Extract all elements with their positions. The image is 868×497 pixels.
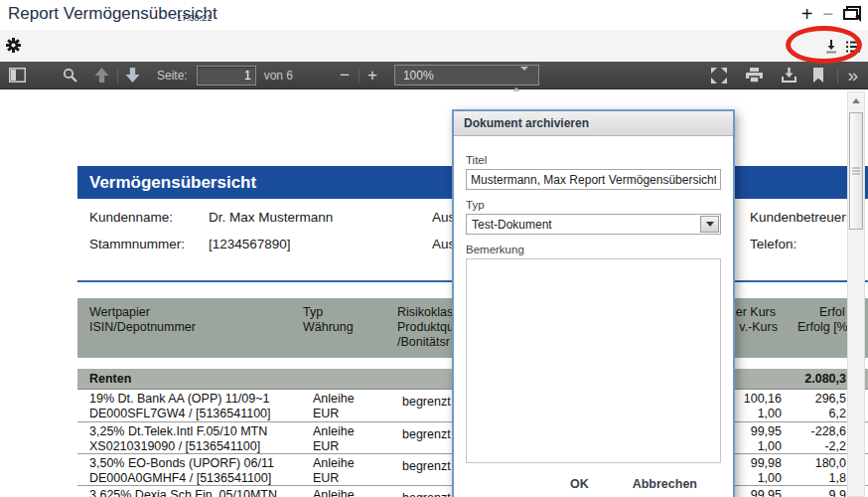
kundenname-value: Dr. Max Mustermann (209, 210, 333, 225)
titel-label: Titel (466, 154, 721, 166)
header-kurs-line1: er Kurs (736, 305, 776, 319)
zoom-out-icon[interactable]: − (340, 68, 350, 83)
gear-icon[interactable] (6, 38, 21, 57)
vertical-scrollbar[interactable] (847, 91, 865, 497)
more-tools-icon[interactable]: » (847, 66, 858, 85)
row-erfolg1: 9,9 (829, 488, 846, 497)
row-waehrung: EUR (313, 471, 339, 485)
header-risikoklasse: Risikoklas (397, 305, 453, 319)
previous-page-icon[interactable] (94, 68, 109, 83)
row-typ: Anleihe (313, 456, 355, 470)
header-kurs-line2: v.-Kurs (739, 320, 778, 334)
header-waehrung: Währung (303, 320, 354, 334)
dialog-buttons: OK Abbrechen (466, 463, 721, 491)
typ-select-value: Test-Dokument (472, 218, 552, 232)
stammnummer-label: Stammnummer: (89, 237, 185, 251)
toolbar-divider (359, 68, 360, 83)
dialog-body: Titel Typ Test-Dokument Bemerkung OK Abb… (454, 136, 733, 491)
row-risiko: begrenzt (402, 427, 451, 441)
header-erfolg-line1: Erfol (819, 305, 845, 319)
row-risiko: begrenzt (402, 459, 451, 473)
list-menu-icon[interactable] (846, 40, 860, 58)
pdf-toolbar: Seite: von 6 − + 100% » (0, 62, 868, 89)
row-kurs1: 99,98 (751, 456, 782, 470)
row-erfolg2: 1,8 (829, 471, 846, 485)
row-erfolg1: -228,6 (811, 424, 846, 438)
action-bar (0, 30, 868, 62)
row-waehrung: EUR (313, 439, 339, 453)
bemerkung-label: Bemerkung (466, 244, 721, 255)
scroll-up-icon (852, 98, 860, 103)
header-bonitaetsrating: /Bonitätsr (397, 335, 450, 349)
scrollbar-grip-icon (852, 166, 860, 177)
maximize-icon[interactable]: + (801, 1, 813, 27)
kundenname-label: Kundenname: (89, 210, 173, 225)
page-number-input[interactable] (197, 66, 256, 85)
minimize-icon[interactable]: − (822, 1, 833, 27)
archive-download-icon[interactable] (824, 39, 838, 58)
row-isin: DE000A0GMHF4 / [5136541100] (89, 471, 271, 485)
toolbar-divider (837, 68, 838, 83)
stammnummer-value: [1234567890] (209, 237, 291, 251)
print-icon[interactable] (746, 68, 763, 83)
row-kurs1: 99,95 (751, 488, 782, 497)
toolbar-divider (117, 68, 118, 83)
document-banner-title: Vermögensübersicht (89, 173, 256, 192)
header-typ: Typ (303, 305, 323, 319)
bemerkung-textarea[interactable] (466, 258, 721, 463)
report-timestamp: 17:38:21 (177, 13, 212, 23)
zoom-level-value: 100% (403, 69, 434, 83)
search-icon[interactable] (63, 68, 77, 83)
titel-input[interactable] (466, 169, 721, 190)
kundenbetreuer-label: Kundenbetreuer: (750, 210, 850, 225)
zoom-in-icon[interactable]: + (367, 68, 377, 83)
restore-window-icon[interactable] (843, 6, 862, 22)
window-titlebar: Report Vermögensübersicht 17:38:21 + − (0, 0, 868, 30)
dropdown-arrow-icon[interactable] (700, 216, 719, 233)
typ-select[interactable]: Test-Dokument (466, 214, 721, 235)
row-name: 19% Dt. Bank AA (OPP) 11/09~1 (89, 392, 269, 406)
scroll-up-button[interactable] (848, 92, 864, 108)
header-isin: ISIN/Depotnummer (89, 320, 196, 334)
section-total: 2.080,3 (804, 372, 846, 386)
pdf-page: Vermögensübersicht Kundenname: Dr. Max M… (0, 89, 868, 497)
row-typ: Anleihe (313, 488, 355, 497)
row-erfolg2: 6,2 (829, 407, 846, 420)
next-page-icon[interactable] (125, 68, 140, 83)
header-erfolg-line2: Erfolg [% (797, 320, 848, 334)
scrollbar-thumb[interactable] (849, 112, 863, 230)
presentation-mode-icon[interactable] (711, 68, 727, 83)
bookmark-icon[interactable] (812, 68, 824, 83)
row-waehrung: EUR (313, 407, 339, 420)
telefon-label: Telefon: (750, 237, 796, 251)
row-isin: DE000SFL7GW4 / [5136541100] (89, 407, 271, 420)
row-risiko: begrenzt (402, 491, 451, 497)
row-kurs2: 1,00 (758, 407, 782, 420)
window-controls: + − (801, 1, 862, 27)
row-name: 3,625% Dexia Sch.Fin. 05/10MTN (89, 488, 277, 497)
row-kurs1: 99,95 (751, 424, 782, 438)
sidebar-toggle-icon[interactable] (9, 68, 26, 83)
row-typ: Anleihe (313, 392, 355, 406)
row-kurs2: 1,00 (758, 439, 782, 453)
page-total-label: von 6 (264, 69, 293, 83)
row-name: 3,25% Dt.Telek.Intl F.05/10 MTN (89, 424, 267, 438)
typ-label: Typ (466, 199, 721, 211)
row-name: 3,50% EO-Bonds (UPORF) 06/11 (89, 456, 274, 470)
page-label: Seite: (157, 69, 188, 83)
row-risiko: begrenzt (402, 395, 451, 409)
row-isin: XS0210319090 / [5136541100] (89, 439, 260, 453)
ok-button[interactable]: OK (570, 477, 589, 491)
download-icon[interactable] (782, 68, 796, 83)
header-produktquote: Produktqu (397, 320, 454, 334)
row-erfolg1: 296,5 (815, 392, 846, 406)
row-kurs2: 1,00 (758, 471, 782, 485)
archive-dialog: Dokument archivieren Titel Typ Test-Doku… (452, 109, 735, 497)
row-erfolg2: -2,2 (824, 439, 846, 453)
select-arrows-icon (512, 71, 528, 88)
zoom-level-select[interactable]: 100% (394, 65, 539, 85)
section-name: Renten (89, 372, 131, 386)
dialog-title: Dokument archivieren (454, 111, 733, 136)
cancel-button[interactable]: Abbrechen (633, 477, 697, 491)
header-wertpapier: Wertpapier (89, 305, 150, 319)
